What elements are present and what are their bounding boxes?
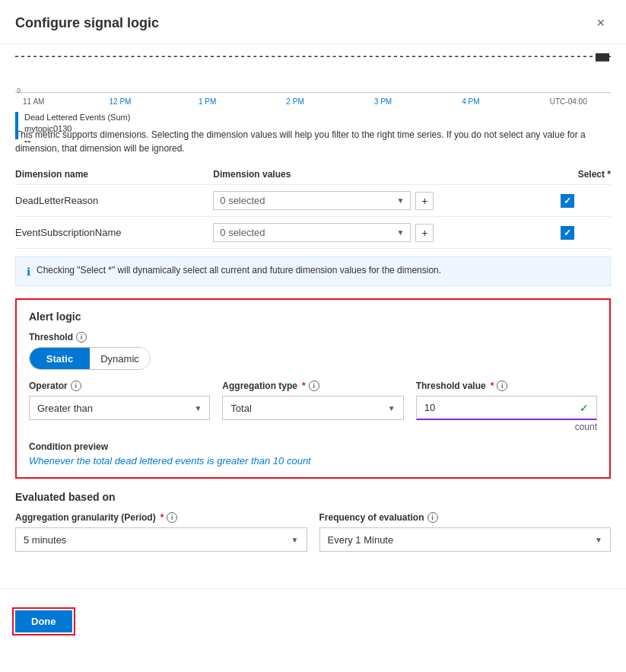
agg-granularity-field: Aggregation granularity (Period) * i 5 m… (15, 512, 307, 552)
dialog-title: Configure signal logic (15, 15, 159, 31)
deadletter-dropdown[interactable]: 0 selected ▼ (213, 191, 411, 210)
dialog-content: 11 AM 12 PM 1 PM 2 PM 3 PM 4 PM UTC-04:0… (0, 44, 626, 576)
threshold-value-input[interactable]: 10 ✓ (416, 396, 597, 420)
threshold-dynamic-option[interactable]: Dynamic (90, 348, 150, 369)
threshold-label: Threshold i (29, 332, 597, 342)
frequency-dropdown[interactable]: Every 1 Minute ▼ (319, 527, 612, 552)
dim-values-eventsubscription-cell: 0 selected ▼ + (213, 217, 560, 249)
footer-divider (0, 588, 626, 589)
agg-granularity-info-icon[interactable]: i (167, 512, 177, 523)
dim-name-deadletter: DeadLetterReason (15, 185, 213, 217)
chart-area: 11 AM 12 PM 1 PM 2 PM 3 PM 4 PM UTC-04:0… (15, 53, 611, 122)
info-notice: ℹ Checking "Select *" will dynamically s… (15, 256, 611, 286)
deadletter-add-button[interactable]: + (415, 192, 434, 210)
eventsubscription-dropdown-value: 0 selected (220, 227, 265, 238)
threshold-toggle-pill: Static Dynamic (29, 347, 151, 370)
dim-select-deadletter-cell (561, 185, 611, 217)
svg-text:0: 0 (17, 86, 21, 94)
aggregation-chevron-icon: ▼ (388, 404, 396, 412)
evaluated-title: Evaluated based on (15, 491, 611, 503)
eventsubscription-dropdown[interactable]: 0 selected ▼ (213, 223, 411, 242)
threshold-toggle: Static Dynamic (29, 347, 597, 370)
svg-text:11 AM: 11 AM (23, 97, 44, 105)
condition-preview-title: Condition preview (29, 441, 597, 452)
evaluated-section: Evaluated based on Aggregation granulari… (15, 491, 611, 552)
aggregation-required-star: * (302, 381, 306, 391)
table-row: EventSubscriptionName 0 selected ▼ + (15, 217, 611, 249)
eventsubscription-chevron-icon: ▼ (396, 228, 404, 237)
deadletter-dropdown-value: 0 selected (220, 195, 265, 206)
deadletter-select-checkbox[interactable] (561, 194, 574, 208)
dim-name-eventsubscription: EventSubscriptionName (15, 217, 213, 249)
operator-label: Operator i (29, 381, 210, 391)
threshold-value-field: Threshold value * i 10 ✓ count (416, 381, 597, 432)
deadletter-chevron-icon: ▼ (396, 196, 404, 205)
alert-logic-section: Alert logic Threshold i Static Dynamic O… (15, 298, 611, 479)
frequency-value: Every 1 Minute (328, 534, 394, 546)
agg-granularity-label: Aggregation granularity (Period) * i (15, 512, 307, 523)
dialog-header: Configure signal logic × (0, 0, 626, 44)
svg-text:2 PM: 2 PM (286, 97, 303, 105)
threshold-static-option[interactable]: Static (30, 348, 90, 369)
dim-values-deadletter-cell: 0 selected ▼ + (213, 185, 560, 217)
operator-value: Greater than (37, 403, 93, 414)
chart-svg: 11 AM 12 PM 1 PM 2 PM 3 PM 4 PM UTC-04:0… (15, 53, 611, 107)
info-circle-icon: ℹ (27, 266, 30, 278)
agg-granularity-chevron-icon: ▼ (291, 536, 299, 544)
aggregation-label: Aggregation type * i (222, 381, 403, 391)
threshold-suffix: count (416, 422, 597, 432)
operator-dropdown[interactable]: Greater than ▼ (29, 396, 210, 420)
table-row: DeadLetterReason 0 selected ▼ + (15, 185, 611, 217)
aggregation-info-icon[interactable]: i (309, 381, 319, 391)
aggregation-value: Total (230, 403, 251, 414)
chart-legend-value: -- (24, 135, 130, 147)
dimension-select-header: Select * (561, 164, 611, 185)
alert-logic-form-row: Operator i Greater than ▼ Aggregation ty… (29, 381, 597, 432)
dimensions-table: Dimension name Dimension values Select *… (15, 164, 611, 249)
threshold-required-star: * (491, 381, 494, 391)
dimension-name-header: Dimension name (15, 164, 213, 185)
agg-granularity-value: 5 minutes (24, 534, 66, 546)
threshold-info-icon[interactable]: i (76, 332, 87, 342)
svg-text:12 PM: 12 PM (109, 97, 131, 105)
chart-legend-sublabel: mytopic0130 (24, 123, 130, 135)
info-notice-text: Checking "Select *" will dynamically sel… (37, 265, 441, 275)
condition-preview-text: Whenever the total dead lettered events … (29, 455, 597, 467)
close-button[interactable]: × (590, 12, 611, 34)
threshold-value-display: 10 (424, 402, 435, 413)
svg-text:1 PM: 1 PM (199, 97, 216, 105)
operator-info-icon[interactable]: i (71, 381, 81, 391)
frequency-chevron-icon: ▼ (595, 536, 602, 544)
operator-field: Operator i Greater than ▼ (29, 381, 210, 432)
dim-values-eventsubscription: 0 selected ▼ + (213, 223, 554, 242)
aggregation-dropdown[interactable]: Total ▼ (222, 396, 403, 420)
dim-values-deadletter: 0 selected ▼ + (213, 191, 554, 210)
svg-text:3 PM: 3 PM (374, 97, 392, 105)
configure-signal-logic-dialog: Configure signal logic × 11 AM 12 PM 1 P… (0, 0, 626, 672)
chart-legend-color-bar (15, 112, 18, 139)
evaluated-form-row: Aggregation granularity (Period) * i 5 m… (15, 512, 611, 552)
chart-legend-info: Dead Lettered Events (Sum) mytopic0130 -… (24, 112, 130, 147)
threshold-value-info-icon[interactable]: i (497, 381, 507, 391)
done-button[interactable]: Done (15, 610, 72, 632)
svg-text:4 PM: 4 PM (462, 97, 479, 105)
aggregation-type-field: Aggregation type * i Total ▼ (222, 381, 403, 432)
eventsubscription-add-button[interactable]: + (415, 224, 434, 242)
operator-chevron-icon: ▼ (194, 404, 202, 412)
frequency-field: Frequency of evaluation i Every 1 Minute… (319, 512, 612, 552)
frequency-label: Frequency of evaluation i (319, 512, 612, 523)
footer-bar: Done (0, 601, 626, 642)
eventsubscription-select-checkbox[interactable] (561, 226, 574, 240)
threshold-value-label: Threshold value * i (416, 381, 597, 391)
chart-legend-label: Dead Lettered Events (Sum) (24, 112, 130, 123)
agg-granularity-required-star: * (160, 512, 164, 523)
dimension-values-header: Dimension values (213, 164, 560, 185)
chart-legend: Dead Lettered Events (Sum) mytopic0130 -… (15, 112, 611, 147)
agg-granularity-dropdown[interactable]: 5 minutes ▼ (15, 527, 307, 552)
svg-text:UTC-04:00: UTC-04:00 (550, 97, 587, 105)
svg-rect-1 (596, 53, 609, 62)
threshold-check-icon: ✓ (580, 402, 589, 414)
dim-select-eventsubscription-cell (561, 217, 611, 249)
frequency-info-icon[interactable]: i (427, 512, 438, 523)
alert-logic-title: Alert logic (29, 311, 597, 323)
